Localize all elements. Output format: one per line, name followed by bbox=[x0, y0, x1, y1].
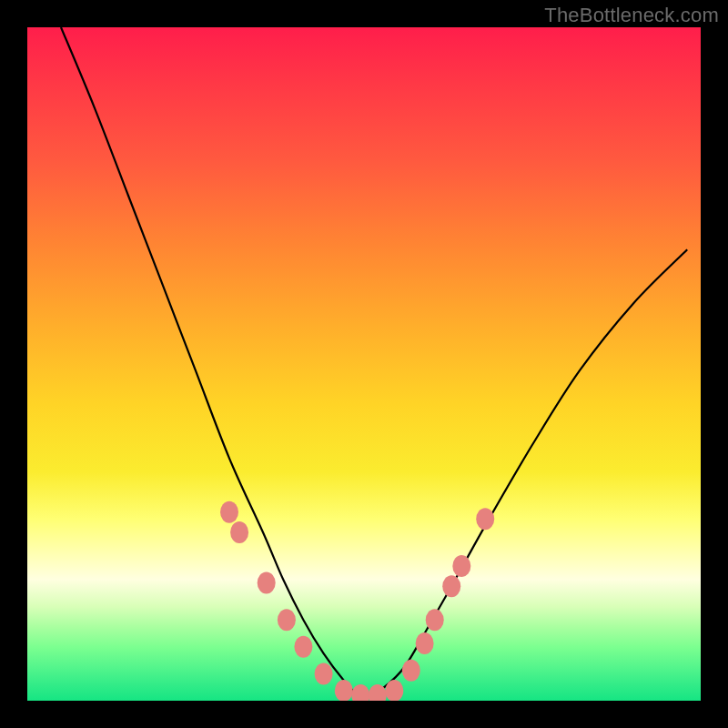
watermark-text: TheBottleneck.com bbox=[544, 4, 719, 27]
curve-marker bbox=[351, 684, 369, 701]
curve-marker bbox=[442, 575, 460, 597]
curve-marker bbox=[385, 680, 403, 701]
curve-marker bbox=[258, 572, 276, 594]
curve-marker bbox=[335, 680, 353, 701]
curve-marker bbox=[315, 662, 333, 684]
plot-area bbox=[27, 27, 701, 701]
curve-marker bbox=[452, 555, 470, 577]
curve-layer bbox=[27, 27, 701, 701]
curve-marker bbox=[294, 636, 312, 658]
bottleneck-curve-group bbox=[61, 27, 687, 695]
curve-marker bbox=[278, 609, 296, 631]
chart-frame: TheBottleneck.com bbox=[0, 0, 728, 728]
curve-marker bbox=[220, 501, 238, 523]
curve-marker bbox=[402, 660, 420, 682]
curve-marker bbox=[426, 609, 444, 631]
curve-markers bbox=[220, 501, 494, 701]
curve-marker bbox=[416, 632, 434, 654]
curve-marker bbox=[476, 508, 494, 530]
curve-marker bbox=[230, 521, 248, 543]
bottleneck-curve bbox=[61, 27, 687, 695]
